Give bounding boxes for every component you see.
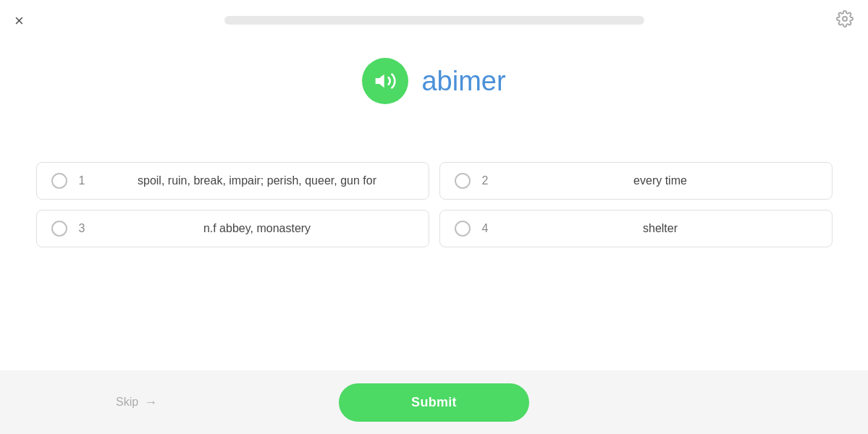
speaker-icon bbox=[374, 69, 397, 93]
footer: Skip → Submit bbox=[0, 370, 868, 434]
word-title: abimer bbox=[421, 66, 505, 97]
word-header: abimer bbox=[362, 58, 505, 104]
submit-button[interactable]: Submit bbox=[339, 383, 529, 422]
radio-3[interactable] bbox=[51, 221, 67, 237]
close-button[interactable]: × bbox=[14, 13, 24, 29]
option-4-text: shelter bbox=[504, 222, 817, 235]
options-grid: 1 spoil, ruin, break, impair; perish, qu… bbox=[22, 162, 847, 247]
skip-label: Skip bbox=[116, 396, 138, 409]
option-2[interactable]: 2 every time bbox=[439, 162, 833, 200]
skip-arrow-icon: → bbox=[144, 395, 157, 410]
svg-point-0 bbox=[843, 17, 847, 21]
radio-4[interactable] bbox=[455, 221, 471, 237]
option-3[interactable]: 3 n.f abbey, monastery bbox=[36, 210, 429, 247]
option-3-number: 3 bbox=[79, 222, 89, 235]
skip-button[interactable]: Skip → bbox=[116, 395, 157, 410]
option-1[interactable]: 1 spoil, ruin, break, impair; perish, qu… bbox=[36, 162, 429, 200]
option-4[interactable]: 4 shelter bbox=[439, 210, 833, 247]
gear-icon bbox=[836, 10, 854, 27]
main-content: abimer 1 spoil, ruin, break, impair; per… bbox=[0, 0, 868, 247]
option-2-text: every time bbox=[504, 174, 817, 187]
option-2-number: 2 bbox=[482, 174, 492, 187]
option-1-text: spoil, ruin, break, impair; perish, quee… bbox=[101, 174, 414, 187]
option-1-number: 1 bbox=[79, 174, 89, 187]
close-icon: × bbox=[14, 12, 24, 30]
radio-1[interactable] bbox=[51, 173, 67, 189]
radio-2[interactable] bbox=[455, 173, 471, 189]
audio-button[interactable] bbox=[362, 58, 408, 104]
option-3-text: n.f abbey, monastery bbox=[101, 222, 414, 235]
settings-button[interactable] bbox=[836, 10, 854, 32]
option-4-number: 4 bbox=[482, 222, 492, 235]
progress-bar bbox=[224, 16, 644, 25]
